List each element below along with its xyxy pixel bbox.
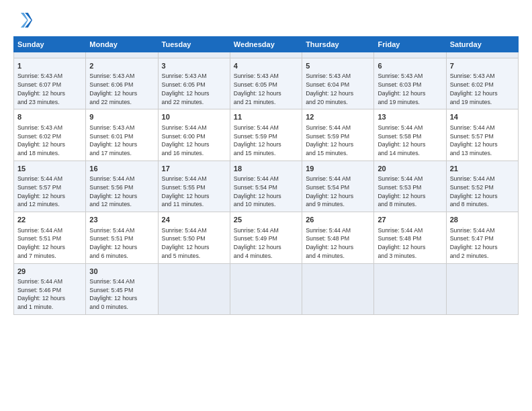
day-number: 24 [162,215,226,225]
calendar-cell: 14Sunrise: 5:44 AM Sunset: 5:57 PM Dayli… [446,109,518,161]
day-number: 20 [378,164,442,174]
day-number: 4 [234,61,298,71]
calendar-cell: 1Sunrise: 5:43 AM Sunset: 6:07 PM Daylig… [14,58,86,109]
calendar-cell [158,263,230,314]
day-number: 15 [17,164,82,174]
calendar-table: SundayMondayTuesdayWednesdayThursdayFrid… [13,36,519,315]
calendar-cell: 6Sunrise: 5:43 AM Sunset: 6:03 PM Daylig… [374,58,446,109]
day-info: Sunrise: 5:44 AM Sunset: 5:46 PM Dayligh… [17,277,82,312]
day-number: 9 [89,112,154,122]
day-info: Sunrise: 5:43 AM Sunset: 6:05 PM Dayligh… [162,72,226,106]
day-number: 13 [378,112,442,122]
day-info: Sunrise: 5:44 AM Sunset: 5:49 PM Dayligh… [234,226,298,261]
day-number: 22 [17,215,82,225]
calendar-cell: 26Sunrise: 5:44 AM Sunset: 5:48 PM Dayli… [302,212,374,263]
logo [13,11,35,30]
day-info: Sunrise: 5:43 AM Sunset: 6:06 PM Dayligh… [89,72,154,106]
calendar-cell: 21Sunrise: 5:44 AM Sunset: 5:52 PM Dayli… [446,161,518,212]
calendar-week-row: 15Sunrise: 5:44 AM Sunset: 5:57 PM Dayli… [14,161,519,212]
calendar-cell: 5Sunrise: 5:43 AM Sunset: 6:04 PM Daylig… [302,58,374,109]
day-info: Sunrise: 5:43 AM Sunset: 6:05 PM Dayligh… [234,72,298,106]
calendar-cell [14,52,86,58]
calendar-cell: 11Sunrise: 5:44 AM Sunset: 5:59 PM Dayli… [230,109,302,161]
day-number: 6 [378,61,442,71]
calendar-cell: 7Sunrise: 5:43 AM Sunset: 6:02 PM Daylig… [446,58,518,109]
calendar-cell: 27Sunrise: 5:44 AM Sunset: 5:48 PM Dayli… [374,212,446,263]
calendar-cell: 15Sunrise: 5:44 AM Sunset: 5:57 PM Dayli… [14,161,86,212]
calendar-cell [302,52,374,58]
day-number: 29 [17,267,82,277]
day-info: Sunrise: 5:44 AM Sunset: 5:59 PM Dayligh… [234,124,298,158]
calendar-cell: 19Sunrise: 5:44 AM Sunset: 5:54 PM Dayli… [302,161,374,212]
day-info: Sunrise: 5:44 AM Sunset: 5:54 PM Dayligh… [234,175,298,209]
calendar-cell [446,52,518,58]
calendar-cell: 2Sunrise: 5:43 AM Sunset: 6:06 PM Daylig… [86,58,158,109]
calendar-cell [302,263,374,314]
calendar-day-header: Tuesday [158,37,230,52]
day-info: Sunrise: 5:44 AM Sunset: 5:53 PM Dayligh… [378,175,442,209]
calendar-cell: 25Sunrise: 5:44 AM Sunset: 5:49 PM Dayli… [230,212,302,263]
calendar-cell: 30Sunrise: 5:44 AM Sunset: 5:45 PM Dayli… [86,263,158,314]
day-number: 16 [89,164,154,174]
calendar-cell: 29Sunrise: 5:44 AM Sunset: 5:46 PM Dayli… [14,263,86,314]
day-info: Sunrise: 5:43 AM Sunset: 6:07 PM Dayligh… [17,72,82,106]
day-info: Sunrise: 5:44 AM Sunset: 5:54 PM Dayligh… [306,175,370,209]
day-info: Sunrise: 5:44 AM Sunset: 5:52 PM Dayligh… [450,175,515,209]
calendar-day-header: Thursday [302,37,374,52]
calendar-cell: 17Sunrise: 5:44 AM Sunset: 5:55 PM Dayli… [158,161,230,212]
calendar-cell: 4Sunrise: 5:43 AM Sunset: 6:05 PM Daylig… [230,58,302,109]
day-number: 25 [234,215,298,225]
day-number: 30 [89,267,154,277]
day-number: 5 [306,61,370,71]
calendar-cell: 9Sunrise: 5:43 AM Sunset: 6:01 PM Daylig… [86,109,158,161]
calendar-cell [374,263,446,314]
day-number: 14 [450,112,515,122]
day-info: Sunrise: 5:44 AM Sunset: 5:58 PM Dayligh… [378,124,442,158]
day-number: 18 [234,164,298,174]
calendar-cell: 10Sunrise: 5:44 AM Sunset: 6:00 PM Dayli… [158,109,230,161]
day-number: 21 [450,164,515,174]
day-info: Sunrise: 5:44 AM Sunset: 6:00 PM Dayligh… [162,124,226,158]
calendar-week-row: 22Sunrise: 5:44 AM Sunset: 5:51 PM Dayli… [14,212,519,263]
day-info: Sunrise: 5:44 AM Sunset: 5:51 PM Dayligh… [89,226,154,261]
calendar-cell [86,52,158,58]
day-number: 3 [162,61,226,71]
day-info: Sunrise: 5:44 AM Sunset: 5:55 PM Dayligh… [162,175,226,209]
calendar-cell: 28Sunrise: 5:44 AM Sunset: 5:47 PM Dayli… [446,212,518,263]
calendar-cell [230,52,302,58]
calendar-week-row [14,52,519,58]
day-number: 27 [378,215,442,225]
day-info: Sunrise: 5:44 AM Sunset: 5:47 PM Dayligh… [450,226,515,261]
day-number: 19 [306,164,370,174]
calendar-cell: 22Sunrise: 5:44 AM Sunset: 5:51 PM Dayli… [14,212,86,263]
calendar-week-row: 29Sunrise: 5:44 AM Sunset: 5:46 PM Dayli… [14,263,519,314]
calendar-day-header: Wednesday [230,37,302,52]
calendar-cell [374,52,446,58]
day-number: 17 [162,164,226,174]
day-info: Sunrise: 5:43 AM Sunset: 6:04 PM Dayligh… [306,72,370,106]
calendar-cell: 3Sunrise: 5:43 AM Sunset: 6:05 PM Daylig… [158,58,230,109]
calendar-cell: 12Sunrise: 5:44 AM Sunset: 5:59 PM Dayli… [302,109,374,161]
calendar-cell: 16Sunrise: 5:44 AM Sunset: 5:56 PM Dayli… [86,161,158,212]
day-info: Sunrise: 5:43 AM Sunset: 6:02 PM Dayligh… [17,124,82,158]
day-number: 11 [234,112,298,122]
day-info: Sunrise: 5:43 AM Sunset: 6:03 PM Dayligh… [378,72,442,106]
calendar-cell [446,263,518,314]
calendar-day-header: Friday [374,37,446,52]
day-info: Sunrise: 5:44 AM Sunset: 5:57 PM Dayligh… [450,124,515,158]
day-number: 12 [306,112,370,122]
day-info: Sunrise: 5:44 AM Sunset: 5:56 PM Dayligh… [89,175,154,209]
day-info: Sunrise: 5:44 AM Sunset: 5:59 PM Dayligh… [306,124,370,158]
day-number: 26 [306,215,370,225]
calendar-cell [230,263,302,314]
day-number: 8 [17,112,82,122]
day-info: Sunrise: 5:44 AM Sunset: 5:48 PM Dayligh… [306,226,370,261]
day-info: Sunrise: 5:44 AM Sunset: 5:45 PM Dayligh… [89,277,154,312]
page: SundayMondayTuesdayWednesdayThursdayFrid… [0,0,532,411]
day-number: 10 [162,112,226,122]
day-info: Sunrise: 5:44 AM Sunset: 5:57 PM Dayligh… [17,175,82,209]
calendar-cell: 23Sunrise: 5:44 AM Sunset: 5:51 PM Dayli… [86,212,158,263]
day-info: Sunrise: 5:44 AM Sunset: 5:50 PM Dayligh… [162,226,226,261]
day-info: Sunrise: 5:44 AM Sunset: 5:51 PM Dayligh… [17,226,82,261]
day-number: 7 [450,61,515,71]
